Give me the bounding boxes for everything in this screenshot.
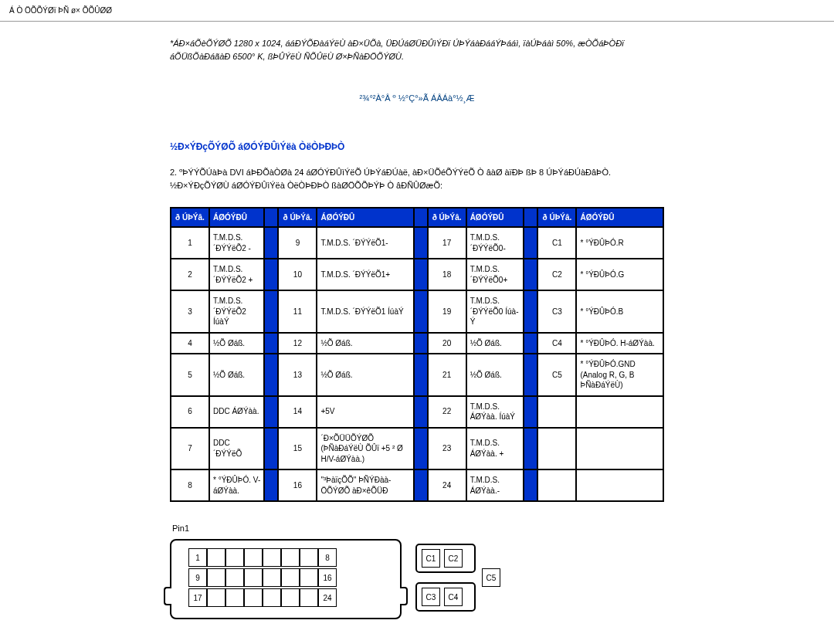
connector-pin-grid: 1 8 9 16 [188,548,337,607]
pin-number: 2 [171,259,209,290]
col-separator [414,354,428,396]
table-row: 1T.M.D.S. ´ÐÝÝëÕ2 -9T.M.D.S. ´ÐÝÝëÕ1-17T… [171,227,663,259]
pin-signal: ½Õ Øáß. [209,333,264,354]
pin-number: 19 [428,290,466,333]
section-title: ½Ð×ÝÐçÕÝØÕ áØÓÝÐÛìÝëà ÒëÒÞÐÞÒ [170,141,664,152]
pin-cell [281,548,300,567]
col-separator [414,428,428,470]
pin-signal: T.M.D.S. ´ÐÝÝëÕ0 Íúà­Ý [466,290,524,333]
pin-number: 6 [171,396,209,428]
col-separator [414,469,428,501]
connector-bump-left [164,587,171,605]
pin-number: 23 [428,428,466,470]
connector-bump-right [400,587,408,605]
pin-number: 8 [171,469,209,501]
pin-number: 11 [278,290,317,333]
pin-number: 20 [428,333,466,354]
col-separator [264,227,278,259]
c5-pin: C5 [482,568,500,587]
pin-cell [207,568,225,587]
col-separator [524,227,537,259]
pin-signal: ´Ð×ÕÜÜÕÝØÕ (ÞÑàÐáÝëÙ ÕÛï +5 ² Ø H/V-áØÝà… [317,428,413,470]
pin-signal: T.M.D.S. ÁØÝàà. Íúà­Ý [466,396,524,428]
pin-number: 10 [278,259,317,290]
table-row: 6DDC ÁØÝàà.14+5V22T.M.D.S. ÁØÝàà. Íúà­Ý [171,396,663,428]
col-separator [414,227,428,259]
pin-signal: * °ÝÐÛÞÓ.G [576,259,663,290]
pin-number: 14 [278,396,317,428]
pin-number: 22 [428,396,466,428]
col-header-pin: ð ÚÞÝâ. [278,208,317,227]
col-header-pin: ð ÚÞÝâ. [428,208,466,227]
pin-number: C2 [537,259,576,290]
pin-cell [244,548,263,567]
pin-cell [300,548,318,567]
pin-signal: +5V [317,396,413,428]
pin-cell [263,568,281,587]
pin-signal: T.M.D.S. ´ÐÝÝëÕ2 + [209,259,264,290]
pin-signal: T.M.D.S. ´ÐÝÝëÕ2 Íúà­Ý [209,290,264,333]
pin-signal: DDC ´ÐÝÝëÕ [209,428,264,470]
col-separator [414,259,428,290]
intro-note: *ÁÐ×áÕèÕÝØÕ 1280 x 1024, ááÐÝÕÐàáÝëÙ àÐ×… [170,37,664,63]
back-to-top-link[interactable]: ²¾°²À°Â º ½°Ç°»Ã ÁÂÁà°½¸Æ [170,93,664,103]
col-separator [264,469,278,501]
table-row: 7DDC ´ÐÝÝëÕ15´Ð×ÕÜÜÕÝØÕ (ÞÑàÐáÝëÙ ÕÛï +5… [171,428,663,470]
col-header-pin: ð ÚÞÝâ. [537,208,576,227]
pin-cell: 9 [188,568,207,587]
pin-signal: ½Õ Øáß. [317,354,413,396]
pin-signal: ½Õ Øáß. [317,333,413,354]
connector-c-block-top: C1 C2 [415,544,476,573]
pin-cell [225,588,244,607]
pin-signal: T.M.D.S. ´ÐÝÝëÕ0- [466,227,524,259]
pin-signal [576,396,663,428]
col-separator [524,354,537,396]
content-area: *ÁÐ×áÕèÕÝØÕ 1280 x 1024, ááÐÝÕÐàáÝëÙ àÐ×… [0,21,834,644]
col-separator [264,333,278,354]
c-pin: C4 [444,588,463,606]
table-row: 4½Õ Øáß.12½Õ Øáß.20½Õ Øáß.C4* °ÝÐÛÞÓ. H-… [171,333,663,354]
pin-signal: T.M.D.S. ´ÐÝÝëÕ1 Íúà­Ý [317,290,413,333]
col-separator [524,469,537,501]
pin-signal: "³ÞàïçÕÕ" ÞÑÝÐàà-ÖÕÝØÕ àÐ×êÕÜÐ [317,469,413,501]
col-separator [414,290,428,333]
table-row: 5½Õ Øáß.13½Õ Øáß.21½Õ Øáß.C5* °ÝÐÛÞÓ.GND… [171,354,663,396]
pin-number: 7 [171,428,209,470]
pin-signal: T.M.D.S. ÁØÝàà. + [466,428,524,470]
intro-note-text: *ÁÐ×áÕèÕÝØÕ 1280 x 1024, ááÐÝÕÐàáÝëÙ àÐ×… [170,39,624,61]
pin-assignment-table: ð ÚÞÝâ. ÁØÓÝÐÛ ð ÚÞÝâ. ÁØÓÝÐÛ ð ÚÞÝâ. ÁØ… [170,207,664,502]
col-separator [524,259,537,290]
pin-signal: T.M.D.S. ÁØÝàà.- [466,469,524,501]
col-separator [264,354,278,396]
pin-number: 5 [171,354,209,396]
col-separator [524,396,537,428]
pin-signal: ½Õ Øáß. [466,333,524,354]
col-header-signal: ÁØÓÝÐÛ [576,208,663,227]
section-desc: 2. ºÞÝÝÕÚàÞà DVI áÞÐÕàÒØà 24 áØÓÝÐÛìÝëÕ … [170,166,664,192]
pin-number: 16 [278,469,317,501]
pin-signal: * °ÝÐÛÞÓ.B [576,290,663,333]
pin-cell [225,568,244,587]
pin-cell [263,588,281,607]
col-separator [264,259,278,290]
pin-number: C1 [537,227,576,259]
pin-signal: ½Õ Øáß. [466,354,524,396]
pin-signal: T.M.D.S. ´ÐÝÝëÕ2 - [209,227,264,259]
pin-number: 1 [171,227,209,259]
pin-signal: T.M.D.S. ´ÐÝÝëÕ0+ [466,259,524,290]
table-row: 2T.M.D.S. ´ÐÝÝëÕ2 +10T.M.D.S. ´ÐÝÝëÕ1+18… [171,259,663,290]
pin-number [537,428,576,470]
c-pin: C1 [422,549,440,568]
col-separator [414,333,428,354]
pin-number: 18 [428,259,466,290]
pin-cell [225,548,244,567]
pin-cell [281,568,300,587]
col-separator [414,208,428,227]
table-row: 3T.M.D.S. ´ÐÝÝëÕ2 Íúà­Ý11T.M.D.S. ´ÐÝÝëÕ… [171,290,663,333]
pin-number: C3 [537,290,576,333]
col-header-pin: ð ÚÞÝâ. [171,208,209,227]
pin-cell: 16 [318,568,337,587]
pin-signal: T.M.D.S. ´ÐÝÝëÕ1+ [317,259,413,290]
pin-cell [244,568,263,587]
c-pin: C3 [422,588,440,606]
